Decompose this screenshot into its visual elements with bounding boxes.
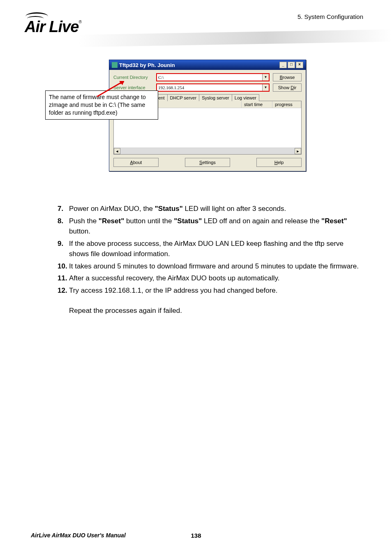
tab-syslog-server[interactable]: Syslog server [199, 94, 232, 101]
help-button[interactable]: Help [256, 158, 302, 167]
current-directory-input[interactable] [157, 74, 262, 81]
instruction-text: 7. Power on AirMax DUO, the "Status" LED… [58, 204, 361, 316]
page-footer: AirLive AirMax DUO User's Manual 138 [31, 532, 361, 539]
tftpd-screenshot: The name of firmware must change to zIma… [45, 60, 341, 187]
current-directory-combo[interactable]: ▼ [156, 73, 270, 81]
browse-label: rowse [283, 75, 295, 80]
svg-line-0 [97, 82, 122, 97]
current-directory-label: Current Directory [113, 75, 154, 80]
header-decoration [78, 29, 392, 47]
repeat-note: Repeat the processes again if failed. [69, 305, 361, 316]
tab-log-viewer[interactable]: Log viewer [232, 94, 259, 101]
window-title: Tftpd32 by Ph. Jounin [119, 62, 175, 68]
app-icon [112, 62, 118, 68]
scroll-right-icon[interactable]: ► [295, 148, 301, 154]
page-number: 138 [191, 532, 201, 539]
settings-button[interactable]: Settings [185, 158, 230, 167]
dropdown-icon[interactable]: ▼ [262, 74, 269, 81]
maximize-button[interactable]: □ [288, 62, 295, 68]
chapter-label: 5. System Configuration [297, 13, 363, 20]
minimize-button[interactable]: _ [279, 62, 287, 68]
step-11: 11. After a successful recovery, the Air… [58, 273, 361, 284]
col-progress[interactable]: progress [272, 101, 301, 108]
server-interface-combo[interactable]: ▼ [156, 83, 270, 92]
browse-button[interactable]: Browse [273, 73, 302, 81]
page-header: 5. System Configuration Air Live® [0, 0, 392, 49]
step-12: 12. Try access 192.168.1.1, or the IP ad… [58, 285, 361, 296]
dropdown-icon[interactable]: ▼ [262, 84, 269, 91]
step-7: 7. Power on AirMax DUO, the "Status" LED… [58, 204, 361, 214]
close-button[interactable]: × [296, 62, 303, 68]
step-8: 8. Push the "Reset" button until the "St… [58, 216, 361, 237]
scroll-left-icon[interactable]: ◄ [114, 148, 120, 154]
horizontal-scrollbar[interactable]: ◄ ► [114, 148, 301, 154]
col-start-time[interactable]: start time [242, 101, 272, 108]
show-dir-button[interactable]: Show Dir [273, 83, 302, 92]
step-10: 10. It takes around 5 minutes to downloa… [58, 261, 361, 272]
window-title-bar[interactable]: Tftpd32 by Ph. Jounin _ □ × [109, 60, 306, 70]
about-button[interactable]: About [113, 158, 159, 167]
callout-arrow-icon [95, 81, 124, 99]
tab-dhcp-server[interactable]: DHCP server [167, 94, 200, 101]
brand-logo: Air Live® [25, 12, 81, 36]
server-interface-input[interactable] [157, 84, 262, 91]
footer-title: AirLive AirMax DUO User's Manual [31, 532, 126, 539]
step-9: 9. If the above process success, the Air… [58, 238, 361, 259]
